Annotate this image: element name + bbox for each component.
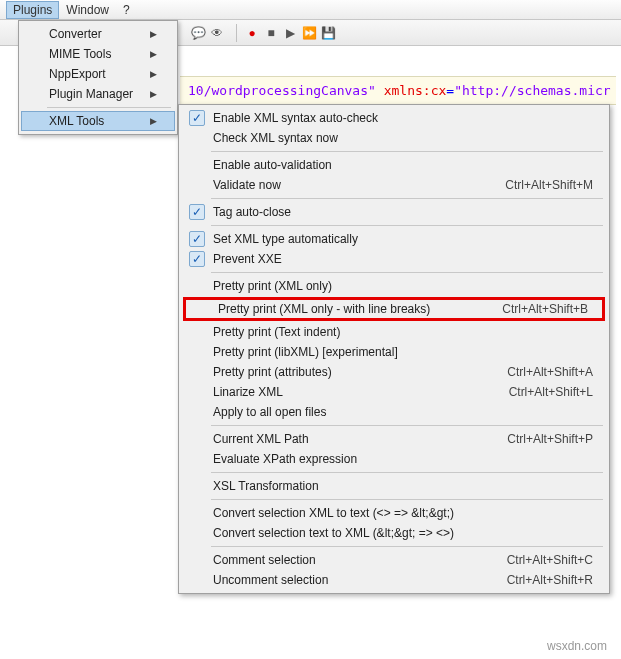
mi-conv-to-text[interactable]: Convert selection XML to text (<> => &lt…	[181, 503, 607, 523]
chevron-right-icon: ▶	[150, 89, 157, 99]
fast-icon[interactable]: ⏩	[301, 25, 317, 41]
chevron-right-icon: ▶	[150, 69, 157, 79]
mi-pretty-attributes[interactable]: Pretty print (attributes) Ctrl+Alt+Shift…	[181, 362, 607, 382]
mi-comment[interactable]: Comment selection Ctrl+Alt+Shift+C	[181, 550, 607, 570]
mi-label: Enable XML syntax auto-check	[213, 111, 378, 125]
mi-shortcut: Ctrl+Alt+Shift+M	[505, 178, 593, 192]
mi-label: Pretty print (libXML) [experimental]	[213, 345, 398, 359]
footer-watermark: wsxdn.com	[547, 639, 607, 653]
mi-current-path[interactable]: Current XML Path Ctrl+Alt+Shift+P	[181, 429, 607, 449]
mi-shortcut: Ctrl+Alt+Shift+A	[507, 365, 593, 379]
mi-label: Tag auto-close	[213, 205, 291, 219]
mi-apply-all[interactable]: Apply to all open files	[181, 402, 607, 422]
code-seg1: 10/wordprocessingCanvas"	[188, 83, 376, 98]
chevron-right-icon: ▶	[150, 29, 157, 39]
mi-label: Pretty print (XML only)	[213, 279, 332, 293]
mi-pretty-libxml[interactable]: Pretty print (libXML) [experimental]	[181, 342, 607, 362]
comment-icon[interactable]: 💬	[190, 25, 206, 41]
mi-label: Check XML syntax now	[213, 131, 338, 145]
mi-label: Current XML Path	[213, 432, 309, 446]
mi-label: Evaluate XPath expression	[213, 452, 357, 466]
menu-separator	[211, 472, 603, 473]
mi-enable-auto-check[interactable]: ✓ Enable XML syntax auto-check	[181, 108, 607, 128]
menu-separator	[211, 499, 603, 500]
play-icon[interactable]: ▶	[282, 25, 298, 41]
mi-label: Convert selection text to XML (&lt;&gt; …	[213, 526, 454, 540]
mi-label: Comment selection	[213, 553, 316, 567]
code-line: 10/wordprocessingCanvas" xmlns:cx="http:…	[180, 76, 616, 105]
mi-label: Validate now	[213, 178, 281, 192]
mi-pretty-xml[interactable]: Pretty print (XML only)	[181, 276, 607, 296]
menu-separator	[211, 198, 603, 199]
mi-label: Prevent XXE	[213, 252, 282, 266]
mi-uncomment[interactable]: Uncomment selection Ctrl+Alt+Shift+R	[181, 570, 607, 590]
mi-label: Convert selection XML to text (<> => &lt…	[213, 506, 454, 520]
menu-separator	[211, 272, 603, 273]
menu-label: Plugin Manager	[49, 87, 133, 101]
chevron-right-icon: ▶	[150, 49, 157, 59]
mi-conv-to-xml[interactable]: Convert selection text to XML (&lt;&gt; …	[181, 523, 607, 543]
check-icon: ✓	[189, 251, 205, 267]
chevron-right-icon: ▶	[150, 116, 157, 126]
check-icon: ✓	[189, 204, 205, 220]
mi-label: Uncomment selection	[213, 573, 328, 587]
mi-validate-now[interactable]: Validate now Ctrl+Alt+Shift+M	[181, 175, 607, 195]
menu-separator	[47, 107, 171, 108]
mi-eval-xpath[interactable]: Evaluate XPath expression	[181, 449, 607, 469]
record-icon[interactable]: ●	[244, 25, 260, 41]
menu-separator	[211, 225, 603, 226]
mi-shortcut: Ctrl+Alt+Shift+R	[507, 573, 593, 587]
menubar: Plugins Window ?	[0, 0, 621, 20]
mi-label: XSL Transformation	[213, 479, 319, 493]
mi-shortcut: Ctrl+Alt+Shift+C	[507, 553, 593, 567]
code-seg2: xmlns:cx	[376, 83, 446, 98]
mi-tag-auto-close[interactable]: ✓ Tag auto-close	[181, 202, 607, 222]
code-seg3: =	[446, 83, 454, 98]
menu-converter[interactable]: Converter ▶	[21, 24, 175, 44]
check-icon: ✓	[189, 110, 205, 126]
eye-icon[interactable]: 👁	[209, 25, 225, 41]
menu-mime-tools[interactable]: MIME Tools ▶	[21, 44, 175, 64]
mi-label: Enable auto-validation	[213, 158, 332, 172]
highlighted-frame: Pretty print (XML only - with line break…	[183, 297, 605, 321]
mi-label: Apply to all open files	[213, 405, 326, 419]
toolbar-separator	[236, 24, 237, 42]
menu-label: NppExport	[49, 67, 106, 81]
menu-plugins[interactable]: Plugins	[6, 1, 59, 19]
mi-label: Set XML type automatically	[213, 232, 358, 246]
xml-tools-submenu: ✓ Enable XML syntax auto-check Check XML…	[178, 104, 610, 594]
mi-label: Linarize XML	[213, 385, 283, 399]
code-seg4: "http://schemas.micr	[454, 83, 611, 98]
menu-plugin-manager[interactable]: Plugin Manager ▶	[21, 84, 175, 104]
menu-label: Converter	[49, 27, 102, 41]
menu-separator	[211, 151, 603, 152]
plugins-menu: Converter ▶ MIME Tools ▶ NppExport ▶ Plu…	[18, 20, 178, 135]
menu-label: MIME Tools	[49, 47, 111, 61]
menu-separator	[211, 546, 603, 547]
mi-pretty-xml-breaks[interactable]: Pretty print (XML only - with line break…	[186, 300, 602, 318]
mi-enable-auto-validation[interactable]: Enable auto-validation	[181, 155, 607, 175]
mi-set-type-auto[interactable]: ✓ Set XML type automatically	[181, 229, 607, 249]
mi-shortcut: Ctrl+Alt+Shift+B	[502, 302, 588, 316]
menu-label: XML Tools	[49, 114, 104, 128]
mi-xsl[interactable]: XSL Transformation	[181, 476, 607, 496]
mi-shortcut: Ctrl+Alt+Shift+P	[507, 432, 593, 446]
menu-nppexport[interactable]: NppExport ▶	[21, 64, 175, 84]
menu-xml-tools[interactable]: XML Tools ▶	[21, 111, 175, 131]
mi-linarize[interactable]: Linarize XML Ctrl+Alt+Shift+L	[181, 382, 607, 402]
menu-help[interactable]: ?	[116, 1, 137, 19]
menu-separator	[211, 425, 603, 426]
mi-pretty-text[interactable]: Pretty print (Text indent)	[181, 322, 607, 342]
mi-check-now[interactable]: Check XML syntax now	[181, 128, 607, 148]
mi-shortcut: Ctrl+Alt+Shift+L	[509, 385, 593, 399]
save-icon[interactable]: 💾	[320, 25, 336, 41]
stop-icon[interactable]: ■	[263, 25, 279, 41]
menu-window[interactable]: Window	[59, 1, 116, 19]
mi-label: Pretty print (attributes)	[213, 365, 332, 379]
mi-label: Pretty print (XML only - with line break…	[218, 302, 430, 316]
mi-label: Pretty print (Text indent)	[213, 325, 340, 339]
mi-prevent-xxe[interactable]: ✓ Prevent XXE	[181, 249, 607, 269]
check-icon: ✓	[189, 231, 205, 247]
